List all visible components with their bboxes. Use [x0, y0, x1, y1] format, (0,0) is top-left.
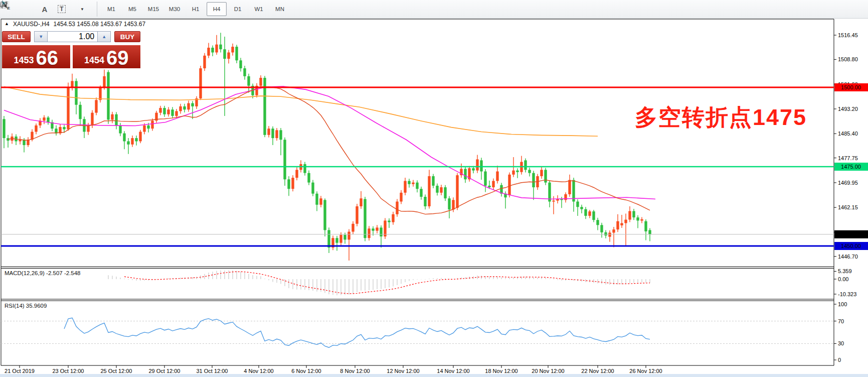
text-label-icon[interactable]: A: [36, 2, 53, 17]
rsi-axis: 10070300: [834, 301, 847, 363]
rsi-indicator-label: RSI(14) 35.9609: [5, 303, 47, 309]
chevron-down-icon: ▼: [80, 7, 84, 12]
cursor-mode-icon[interactable]: ▼: [70, 2, 93, 17]
chart-annotation-text: 多空转折点1475: [635, 102, 807, 133]
volume-increase-button[interactable]: ▲: [97, 31, 111, 42]
grid-icon[interactable]: F: [19, 2, 36, 17]
svg-text:1477.75: 1477.75: [838, 155, 858, 161]
volume-input[interactable]: 1.00: [48, 31, 97, 42]
arrow-down-icon: ▼: [39, 34, 43, 39]
svg-text:1475.00: 1475.00: [841, 164, 861, 170]
svg-text:4 Nov 12:00: 4 Nov 12:00: [244, 368, 273, 374]
svg-text:1516.45: 1516.45: [838, 32, 858, 38]
svg-text:1462.15: 1462.15: [838, 204, 858, 210]
letter-a-glyph: A: [42, 5, 48, 14]
svg-text:5.359: 5.359: [838, 268, 852, 274]
svg-text:100: 100: [838, 301, 847, 307]
chart-header: ▲ XAUUSD-,H4 1454.53 1455.08 1453.67 145…: [5, 21, 145, 28]
svg-text:22 Nov 12:00: 22 Nov 12:00: [581, 368, 614, 374]
timeframe-group: M1M5M15M30H1H4D1W1MN: [99, 0, 292, 18]
one-click-trading-panel: SELL ▼ 1.00 ▲ BUY 1453 66 1454 69: [2, 31, 140, 68]
svg-text:1500.00: 1500.00: [841, 84, 861, 90]
sell-button[interactable]: SELL: [2, 31, 31, 42]
svg-text:23 Oct 12:00: 23 Oct 12:00: [53, 368, 84, 374]
timeframe-button-mn[interactable]: MN: [270, 2, 290, 16]
svg-text:-10.323: -10.323: [838, 291, 856, 297]
svg-text:1493.20: 1493.20: [838, 106, 858, 112]
timeframe-button-m5[interactable]: M5: [122, 2, 142, 16]
svg-text:1469.95: 1469.95: [838, 180, 858, 186]
macd-indicator-label: MACD(12,26,9) -2.507 -2.548: [5, 270, 81, 276]
buy-button[interactable]: BUY: [114, 31, 140, 42]
svg-text:14 Nov 12:00: 14 Nov 12:00: [437, 368, 469, 374]
date-axis: 21 Oct 201923 Oct 12:0025 Oct 12:0029 Oc…: [5, 365, 662, 374]
svg-text:1508.80: 1508.80: [838, 56, 858, 62]
arrows-glyph: [0, 0, 10, 9]
svg-text:1453.67: 1453.67: [841, 231, 861, 237]
svg-text:1450.00: 1450.00: [841, 243, 861, 249]
buy-price-big: 69: [106, 49, 129, 67]
triangle-up-icon: ▲: [5, 21, 9, 26]
timeframe-button-m30[interactable]: M30: [164, 2, 185, 16]
text-box-icon[interactable]: T: [53, 2, 70, 17]
svg-text:25 Oct 12:00: 25 Oct 12:00: [101, 368, 132, 374]
sell-price-box[interactable]: 1453 66: [2, 45, 70, 68]
timeframe-button-m15[interactable]: M15: [143, 2, 163, 16]
svg-text:21 Oct 2019: 21 Oct 2019: [5, 368, 35, 374]
trade-prices-row: 1453 66 1454 69: [2, 45, 140, 68]
svg-text:26 Nov 12:00: 26 Nov 12:00: [629, 368, 662, 374]
timeframe-button-m1[interactable]: M1: [101, 2, 121, 16]
svg-text:29 Oct 12:00: 29 Oct 12:00: [149, 368, 181, 374]
price-axis: 1516.451508.801501.001493.201485.401477.…: [834, 32, 868, 260]
timeframe-button-h1[interactable]: H1: [186, 2, 206, 16]
timeframe-button-h4[interactable]: H4: [207, 2, 227, 16]
svg-text:20 Nov 12:00: 20 Nov 12:00: [532, 368, 564, 374]
svg-text:1485.40: 1485.40: [838, 131, 858, 137]
letter-t-glyph: T: [58, 5, 65, 13]
moving-averages: [4, 86, 655, 214]
svg-text:31 Oct 12:00: 31 Oct 12:00: [197, 368, 228, 374]
volume-stepper: ▼ 1.00 ▲: [34, 31, 111, 42]
trade-buttons-row: SELL ▼ 1.00 ▲ BUY: [2, 31, 140, 42]
timeframe-button-w1[interactable]: W1: [249, 2, 269, 16]
toolbar-icon-group: E F A T ▼: [0, 0, 95, 18]
buy-price-box[interactable]: 1454 69: [73, 45, 141, 68]
svg-text:70: 70: [838, 318, 844, 324]
toolbar-separator: [97, 2, 97, 17]
macd-axis: 5.3590.00-10.323: [834, 268, 856, 297]
svg-text:0: 0: [838, 357, 841, 363]
rsi-panel: [1, 318, 834, 347]
ohlc-values: 1454.53 1455.08 1453.67 1453.67: [54, 21, 146, 28]
timeframe-button-d1[interactable]: D1: [228, 2, 248, 16]
svg-text:1446.70: 1446.70: [838, 254, 858, 260]
sell-price-big: 66: [36, 49, 59, 67]
window-status-strip: [0, 374, 868, 377]
svg-text:0.00: 0.00: [838, 276, 848, 282]
svg-text:30: 30: [838, 340, 844, 346]
macd-panel: [108, 271, 650, 296]
svg-text:18 Nov 12:00: 18 Nov 12:00: [485, 368, 517, 374]
sell-price-small: 1453: [14, 56, 34, 65]
toolbar: E F A T ▼ M1M5M15M3: [0, 0, 868, 19]
buy-price-small: 1454: [84, 56, 104, 65]
arrow-up-icon: ▲: [102, 34, 106, 39]
svg-text:8 Nov 12:00: 8 Nov 12:00: [340, 368, 370, 374]
svg-text:12 Nov 12:00: 12 Nov 12:00: [387, 368, 419, 374]
volume-decrease-button[interactable]: ▼: [34, 31, 48, 42]
symbol-title: XAUUSD-,H4: [13, 21, 50, 28]
svg-text:6 Nov 12:00: 6 Nov 12:00: [291, 368, 321, 374]
